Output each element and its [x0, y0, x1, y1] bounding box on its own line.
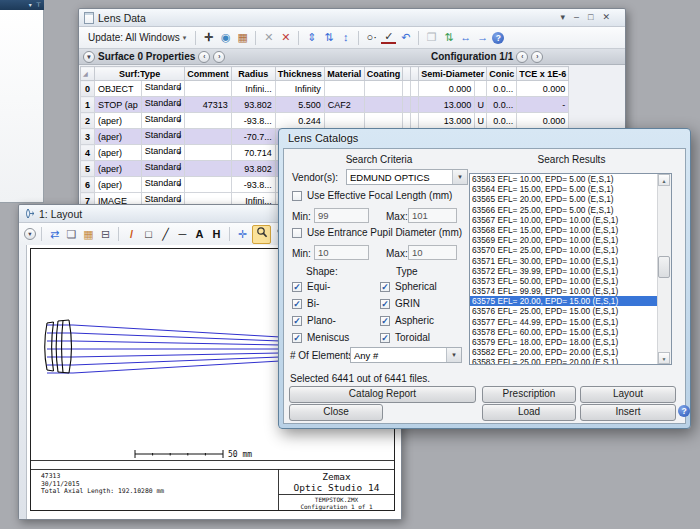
expand-rows-icon[interactable]: ↕ — [338, 30, 353, 45]
checkbox-row[interactable]: ✓Spherical — [380, 278, 437, 295]
cell-b2[interactable] — [411, 113, 419, 129]
save-image-icon[interactable]: ▦ — [81, 227, 96, 242]
cell-conic[interactable]: 0.0... — [487, 81, 517, 97]
cell-thickness[interactable]: 5.500 — [275, 97, 324, 113]
lens-data-titlebar[interactable]: Lens Data ▾ – □ ✕ — [79, 9, 625, 27]
cell-semi[interactable]: 13.000 — [419, 97, 475, 113]
checkbox-row[interactable]: ✓Meniscus — [292, 329, 349, 346]
prev-surface-icon[interactable]: ‹ — [198, 51, 210, 63]
result-item[interactable]: 63574 EFL= 99.99, EPD= 10.00 (E,S,1) — [470, 286, 658, 296]
checkbox-checked[interactable]: ✓ — [380, 333, 390, 343]
cell-b1[interactable] — [403, 113, 411, 129]
table-row[interactable]: 0OBJECT▾StandardInfini...Infinity0.0000.… — [81, 81, 569, 97]
diagonal-line-icon[interactable]: ╱ — [158, 227, 173, 242]
result-item[interactable]: 63579 EFL= 18.00, EPD= 18.00 (E,S,1) — [470, 337, 658, 347]
annotate-line-icon[interactable]: / — [124, 227, 139, 242]
undo-icon[interactable]: ↶ — [398, 30, 413, 45]
arrow-right-icon[interactable]: → — [475, 30, 490, 45]
update-all-windows-button[interactable]: Update: All Windows ▾ — [84, 31, 190, 44]
result-item[interactable]: 63571 EFL= 30.00, EPD= 10.00 (E,S,1) — [470, 256, 658, 266]
swap-updown-icon[interactable]: ⇕ — [304, 30, 319, 45]
cell-comment[interactable] — [185, 113, 232, 129]
cell-material[interactable] — [324, 81, 364, 97]
results-scrollbar[interactable]: ▲ ▼ — [657, 174, 671, 364]
cell-comment[interactable] — [185, 145, 232, 161]
cell-radius[interactable]: -93.8... — [231, 177, 275, 193]
result-item[interactable]: 63563 EFL= 10.00, EPD= 5.00 (E,S,1) — [470, 174, 658, 184]
cell-flag[interactable]: U — [475, 97, 487, 113]
checkbox-row[interactable]: ✓Aspheric — [380, 312, 437, 329]
cell-radius[interactable]: 70.714 — [231, 145, 275, 161]
crosshair-icon[interactable]: ✛ — [201, 30, 216, 45]
cell-coating[interactable] — [364, 81, 403, 97]
cell-type[interactable]: ▾Standard — [141, 177, 185, 193]
horizontal-line-icon[interactable]: ─ — [175, 227, 190, 242]
checkbox-row[interactable]: ✓GRIN — [380, 295, 437, 312]
cell-tce[interactable]: - — [517, 97, 569, 113]
dialog-titlebar[interactable]: Lens Catalogs — [279, 129, 690, 149]
help-icon[interactable]: ? — [678, 405, 690, 417]
text-annotation-icon[interactable]: A — [192, 227, 207, 242]
cell-b1[interactable] — [403, 81, 411, 97]
scroll-up-icon[interactable]: ▲ — [658, 174, 670, 186]
checkbox-row[interactable]: ✓Plano- — [292, 312, 349, 329]
cell-tce[interactable]: 0.000 — [517, 81, 569, 97]
chevron-down-icon[interactable]: ▾ — [83, 51, 95, 63]
result-item[interactable]: 63569 EFL= 20.00, EPD= 10.00 (E,S,1) — [470, 235, 658, 245]
result-item[interactable]: 63570 EFL= 25.00, EPD= 10.00 (E,S,1) — [470, 245, 658, 255]
efl-min-input[interactable] — [314, 208, 369, 223]
cell-coating[interactable] — [364, 113, 403, 129]
cell-surf[interactable]: (aper) — [95, 145, 142, 161]
cell-tce[interactable]: 0.000 — [517, 113, 569, 129]
delete-surface-icon[interactable]: ✕ — [261, 30, 276, 45]
chevron-down-icon[interactable]: ▾ — [452, 170, 467, 184]
cell-radius[interactable]: -70.7... — [231, 129, 275, 145]
cell-type[interactable]: ▾Standard — [141, 97, 185, 113]
result-item[interactable]: 63576 EFL= 25.00, EPD= 15.00 (E,S,1) — [470, 306, 658, 316]
cell-thickness[interactable]: Infinity — [275, 81, 324, 97]
result-item[interactable]: 63565 EFL= 20.00, EPD= 5.00 (E,S,1) — [470, 194, 658, 204]
cell-thickness[interactable]: 0.244 — [275, 113, 324, 129]
result-item[interactable]: 63572 EFL= 39.99, EPD= 10.00 (E,S,1) — [470, 266, 658, 276]
result-item[interactable]: 63577 EFL= 44.99, EPD= 15.00 (E,S,1) — [470, 317, 658, 327]
cell-type[interactable]: ▾Standard — [141, 129, 185, 145]
copy-icon[interactable]: ❏ — [64, 227, 79, 242]
checkbox-checked[interactable]: ✓ — [292, 316, 302, 326]
cell-coating[interactable] — [364, 97, 403, 113]
pin-icon[interactable]: ⊤ — [36, 2, 41, 8]
checkbox-row[interactable]: ✓Bi- — [292, 295, 349, 312]
set-stop-icon[interactable]: ○· — [364, 30, 379, 45]
cell-type[interactable]: ▾Standard — [141, 113, 185, 129]
cell-flag[interactable] — [475, 81, 487, 97]
checkbox-checked[interactable]: ✓ — [380, 299, 390, 309]
window-gray-icon[interactable]: ❐ — [424, 30, 439, 45]
cell-b2[interactable] — [411, 97, 419, 113]
layout-button[interactable]: Layout — [580, 386, 676, 403]
cell-surf[interactable]: (aper) — [95, 161, 142, 177]
print-icon[interactable]: ⊟ — [98, 227, 113, 242]
next-config-icon[interactable]: › — [531, 51, 543, 63]
checkbox-checked[interactable]: ✓ — [292, 333, 302, 343]
help-icon[interactable]: ? — [492, 32, 504, 44]
image-icon[interactable]: ▦ — [235, 30, 250, 45]
efl-max-input[interactable] — [408, 208, 457, 223]
cell-surf[interactable]: OBJECT — [95, 81, 142, 97]
settings-chevron-icon[interactable]: ▾ — [24, 228, 36, 240]
prev-config-icon[interactable]: ‹ — [516, 51, 528, 63]
minimize-icon[interactable]: – — [574, 13, 579, 22]
cell-comment[interactable]: 47313 — [185, 97, 232, 113]
cell-b2[interactable] — [411, 81, 419, 97]
epd-checkbox[interactable] — [292, 228, 302, 238]
result-item[interactable]: 63567 EFL= 10.00, EPD= 10.00 (E,S,1) — [470, 215, 658, 225]
cell-type[interactable]: ▾Standard — [141, 161, 185, 177]
result-item[interactable]: 63566 EFL= 25.00, EPD= 5.00 (E,S,1) — [470, 205, 658, 215]
cell-material[interactable] — [324, 113, 364, 129]
cell-surf[interactable]: STOP (ap — [95, 97, 142, 113]
epd-checkbox-row[interactable]: Use Entrance Pupil Diameter (mm) — [292, 227, 462, 238]
maximize-icon[interactable]: □ — [588, 13, 593, 22]
cell-surf[interactable]: (aper) — [95, 113, 142, 129]
table-row[interactable]: 2(aper)▾Standard-93.8...0.24413.000U0.0.… — [81, 113, 569, 129]
vendor-select[interactable]: EDMUND OPTICS ▾ — [346, 169, 468, 185]
result-item[interactable]: 63582 EFL= 20.00, EPD= 20.00 (E,S,1) — [470, 347, 658, 357]
result-item[interactable]: 63564 EFL= 15.00, EPD= 5.00 (E,S,1) — [470, 184, 658, 194]
